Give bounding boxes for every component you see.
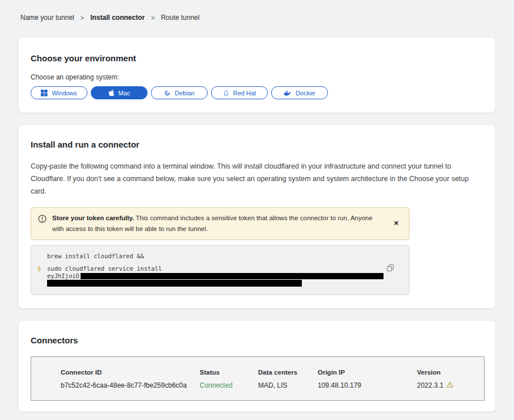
status-badge: Connected: [200, 381, 258, 389]
os-button-docker-label: Docker: [296, 90, 315, 96]
cell-origin-ip: 109.48.10.179: [318, 381, 417, 389]
breadcrumb-route-tunnel[interactable]: Route tunnel: [161, 14, 200, 22]
breadcrumb: Name your tunnel > Install connector > R…: [0, 0, 514, 22]
install-command-codeblock: brew install cloudflared && $ sudo cloud…: [31, 245, 410, 295]
cell-version: 2022.3.1: [417, 381, 479, 389]
apple-icon: [108, 89, 115, 96]
install-description: Copy-paste the following command into a …: [31, 161, 482, 198]
code-line-token: eyJhIjoiO: [37, 273, 401, 280]
token-warning-title: Store your token carefully.: [52, 215, 134, 221]
code-line-service-install: $ sudo cloudflared service install: [37, 266, 401, 272]
os-button-docker[interactable]: Docker: [271, 86, 328, 99]
choose-environment-title: Choose your environment: [31, 53, 483, 63]
docker-icon: [284, 90, 292, 96]
debian-icon: [164, 90, 171, 96]
breadcrumb-separator: >: [151, 14, 154, 21]
code-line-service-install-text: sudo cloudflared service install: [47, 266, 162, 272]
version-text: 2022.3.1: [417, 381, 444, 389]
connectors-table: Connector ID b7c52c42-6caa-48ee-8c77-fbe…: [31, 356, 484, 401]
cell-data-centers: MAD, LIS: [258, 381, 318, 389]
code-line-brew: brew install cloudflared &&: [37, 253, 401, 260]
os-button-group: Windows Mac Debian Red Hat Docker: [31, 86, 483, 99]
windows-icon: [41, 90, 48, 96]
column-data-centers: Data centers MAD, LIS: [258, 369, 318, 389]
os-button-debian-label: Debian: [175, 90, 195, 96]
os-button-redhat-label: Red Hat: [233, 90, 256, 96]
header-origin-ip: Origin IP: [318, 369, 417, 376]
cell-connector-id: b7c52c42-6caa-48ee-8c77-fbe259cb6c0a: [61, 381, 200, 389]
shell-prompt: $: [37, 266, 47, 272]
install-connector-card: Install and run a connector Copy-paste t…: [18, 124, 496, 309]
os-button-debian[interactable]: Debian: [151, 86, 208, 99]
redacted-token-bar: [47, 280, 302, 287]
column-origin-ip: Origin IP 109.48.10.179: [318, 369, 417, 389]
alert-circle-icon: [38, 215, 47, 224]
os-button-windows-label: Windows: [52, 90, 77, 96]
os-button-redhat[interactable]: Red Hat: [211, 86, 268, 99]
header-status: Status: [200, 369, 258, 376]
copy-icon[interactable]: [385, 263, 395, 275]
connectors-title: Connectors: [31, 335, 483, 345]
connectors-card: Connectors Connector ID b7c52c42-6caa-48…: [18, 320, 496, 412]
column-version: Version 2022.3.1: [417, 369, 479, 389]
column-status: Status Connected: [200, 369, 258, 389]
redacted-token-bar: [81, 273, 384, 279]
install-connector-title: Install and run a connector: [31, 140, 483, 149]
header-version: Version: [417, 369, 479, 376]
version-warning-icon: [446, 381, 453, 389]
token-warning-banner: Store your token carefully. This command…: [31, 207, 410, 240]
column-connector-id: Connector ID b7c52c42-6caa-48ee-8c77-fbe…: [61, 369, 200, 389]
os-button-windows[interactable]: Windows: [31, 86, 87, 99]
os-button-mac[interactable]: Mac: [91, 86, 148, 99]
breadcrumb-separator: >: [81, 14, 84, 21]
os-button-mac-label: Mac: [119, 90, 130, 96]
token-prefix-text: eyJhIjoiO: [47, 273, 79, 280]
header-connector-id: Connector ID: [61, 369, 200, 376]
header-data-centers: Data centers: [258, 369, 318, 376]
close-icon[interactable]: ✕: [390, 219, 402, 228]
breadcrumb-install-connector[interactable]: Install connector: [90, 14, 145, 22]
operating-system-label: Choose an operating system:: [31, 73, 483, 81]
breadcrumb-name-your-tunnel[interactable]: Name your tunnel: [20, 14, 74, 22]
token-warning-text: Store your token carefully. This command…: [52, 213, 385, 234]
choose-environment-card: Choose your environment Choose an operat…: [18, 37, 496, 113]
redhat-icon: [223, 90, 229, 96]
